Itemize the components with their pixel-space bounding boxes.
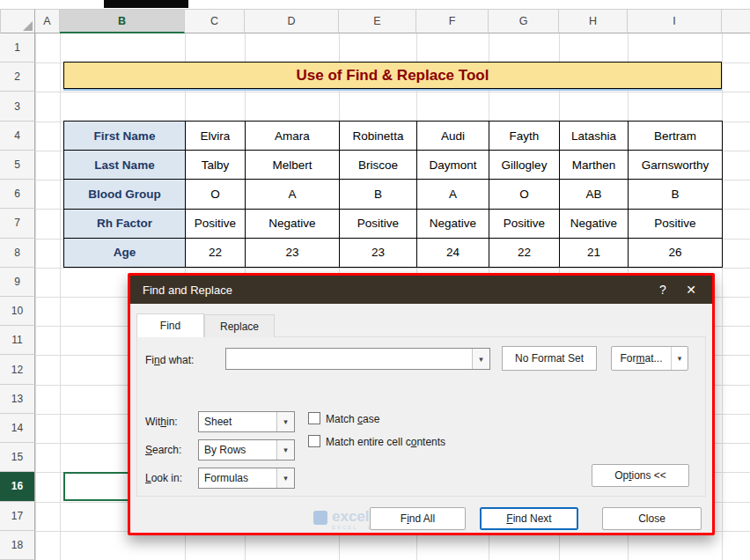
look-in-value: Formulas [199, 468, 276, 488]
close-button[interactable]: Close [602, 507, 702, 530]
column-header-G[interactable]: G [489, 9, 559, 33]
search-value: By Rows [199, 440, 276, 460]
row-header-15[interactable]: 15 [0, 443, 35, 472]
chevron-down-icon[interactable] [276, 468, 294, 488]
table-cell[interactable]: 23 [340, 239, 417, 268]
table-cell[interactable]: Negative [246, 210, 340, 239]
table-cell[interactable]: Positive [340, 210, 417, 239]
search-dropdown[interactable]: By Rows [198, 439, 295, 461]
column-header-D[interactable]: D [245, 9, 339, 33]
chevron-down-icon[interactable] [276, 440, 294, 460]
row-header-5[interactable]: 5 [0, 151, 35, 180]
table-cell[interactable]: Negative [560, 210, 629, 239]
table-cell[interactable]: Bertram [629, 122, 723, 151]
match-entire-checkbox[interactable] [308, 435, 320, 447]
row-header-1[interactable]: 1 [0, 33, 35, 63]
table-cell[interactable]: 24 [417, 239, 489, 268]
table-cell[interactable]: Fayth [489, 122, 560, 151]
table-cell[interactable]: AB [560, 180, 629, 209]
table-cell[interactable]: B [340, 180, 417, 209]
table-cell[interactable]: Audi [417, 122, 489, 151]
row-header-3[interactable]: 3 [0, 92, 35, 121]
table-cell[interactable]: Elvira [186, 122, 246, 151]
table-cell[interactable]: A [246, 180, 340, 209]
column-header-A[interactable]: A [35, 9, 60, 33]
row-header-14[interactable]: 14 [0, 414, 35, 443]
help-icon[interactable]: ? [649, 283, 677, 297]
row-header-2[interactable]: 2 [0, 63, 35, 92]
table-cell[interactable]: A [417, 180, 489, 209]
table-cell[interactable]: 26 [629, 239, 723, 268]
chevron-down-icon[interactable] [276, 412, 294, 431]
table-row-label[interactable]: First Name [64, 122, 186, 151]
chevron-down-icon[interactable] [671, 347, 688, 370]
row-header-18[interactable]: 18 [0, 531, 35, 560]
row-header-16[interactable]: 16 [0, 472, 35, 501]
table-cell[interactable]: 23 [246, 239, 340, 268]
options-button[interactable]: Options << [592, 464, 689, 487]
column-header-F[interactable]: F [416, 9, 489, 33]
tab-replace[interactable]: Replace [204, 314, 275, 337]
find-replace-dialog: Find and Replace ? ✕ Find Replace Find w… [128, 273, 715, 535]
column-header-B[interactable]: B [60, 9, 185, 33]
row-header-7[interactable]: 7 [0, 209, 35, 238]
excel-window: ABCDEFGHI 123456789101112131415161718 Us… [0, 0, 750, 560]
match-entire-label: Match entire cell contents [326, 436, 445, 448]
table-cell[interactable]: B [629, 180, 723, 209]
find-what-input[interactable] [225, 348, 490, 370]
table-cell[interactable]: 22 [489, 239, 560, 268]
table-cell[interactable]: Melbert [246, 151, 340, 180]
row-header-6[interactable]: 6 [0, 180, 35, 209]
row-header-10[interactable]: 10 [0, 297, 35, 326]
table-cell[interactable]: Talby [186, 151, 246, 180]
table-cell[interactable]: Garnsworthy [629, 151, 723, 180]
column-header-C[interactable]: C [185, 9, 245, 33]
table-cell[interactable]: O [489, 180, 560, 209]
format-button[interactable]: Format... [611, 346, 688, 371]
table-cell[interactable]: Positive [629, 210, 723, 239]
row-header-17[interactable]: 17 [0, 502, 35, 531]
table-cell[interactable]: Amara [246, 122, 340, 151]
select-all-button[interactable] [0, 9, 35, 33]
table-cell[interactable]: Gillogley [489, 151, 560, 180]
table-cell[interactable]: Robinetta [340, 122, 417, 151]
table-row-label[interactable]: Last Name [64, 151, 186, 180]
find-what-value[interactable] [226, 349, 472, 369]
format-button-label: Format... [612, 352, 671, 365]
column-header-E[interactable]: E [339, 9, 416, 33]
dialog-titlebar[interactable]: Find and Replace ? ✕ [130, 276, 712, 304]
within-value: Sheet [199, 412, 276, 431]
table-cell[interactable]: Briscoe [340, 151, 417, 180]
chevron-down-icon[interactable] [472, 349, 489, 369]
row-header-8[interactable]: 8 [0, 239, 35, 268]
look-in-dropdown[interactable]: Formulas [198, 468, 295, 489]
within-dropdown[interactable]: Sheet [198, 411, 295, 432]
table-cell[interactable]: Marthen [560, 151, 629, 180]
row-header-4[interactable]: 4 [0, 122, 35, 151]
table-cell[interactable]: 21 [560, 239, 629, 268]
find-all-button[interactable]: Find All [370, 507, 466, 530]
row-header-13[interactable]: 13 [0, 385, 35, 414]
column-header-partial[interactable] [722, 9, 750, 33]
row-header-12[interactable]: 12 [0, 355, 35, 384]
table-cell[interactable]: Negative [417, 210, 489, 239]
close-icon[interactable]: ✕ [677, 283, 705, 297]
row-header-11[interactable]: 11 [0, 326, 35, 355]
table-cell[interactable]: Latashia [560, 122, 629, 151]
title-cell[interactable]: Use of Find & Replace Tool [63, 62, 722, 89]
row-header-9[interactable]: 9 [0, 268, 35, 297]
find-next-button[interactable]: Find Next [480, 507, 578, 530]
column-header-H[interactable]: H [559, 9, 628, 33]
tab-find[interactable]: Find [136, 313, 204, 337]
table-row-label[interactable]: Rh Factor [64, 210, 186, 239]
table-cell[interactable]: Positive [186, 210, 246, 239]
table-cell[interactable]: Daymont [417, 151, 489, 180]
table-cell[interactable]: Positive [489, 210, 560, 239]
table-row-label[interactable]: Age [64, 239, 186, 268]
match-case-checkbox[interactable] [308, 412, 320, 424]
table-row-label[interactable]: Blood Group [64, 180, 186, 209]
table-cell[interactable]: O [186, 180, 246, 209]
table-cell[interactable]: 22 [186, 239, 246, 268]
search-label: Search: [145, 444, 181, 456]
column-header-I[interactable]: I [628, 9, 722, 33]
